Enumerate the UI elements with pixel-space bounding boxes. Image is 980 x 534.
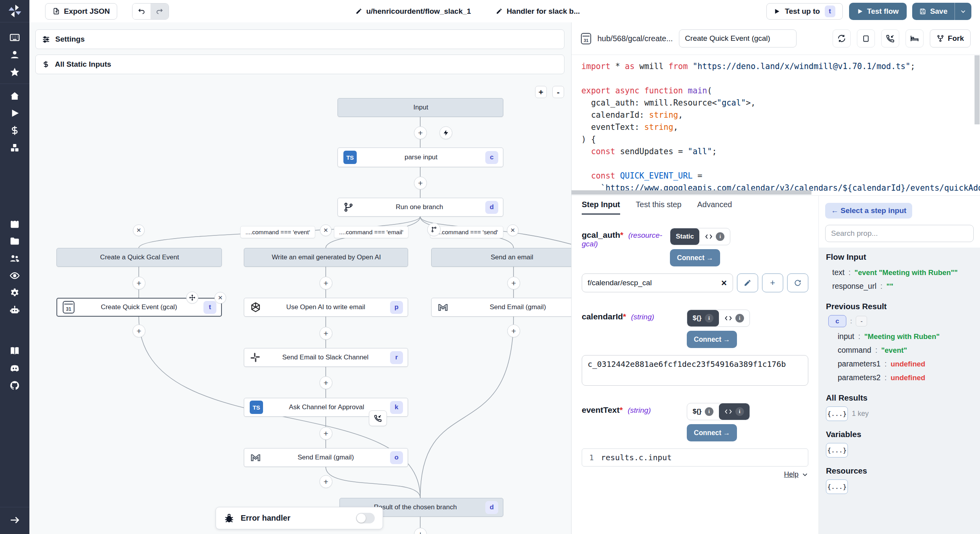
branch-predicate-label[interactable]: ....command === 'email' [334, 226, 408, 238]
flow-input-node[interactable]: Input [338, 98, 503, 117]
select-step-input-button[interactable]: ← Select a step input [825, 203, 912, 219]
event-text-expression-editor[interactable]: 1 results.c.input [582, 448, 808, 467]
branch-header-node[interactable]: Write an email generated by Open AI [244, 248, 408, 267]
refresh-resource-button[interactable] [787, 273, 808, 292]
mode-javascript[interactable]: i [699, 228, 730, 245]
user-icon[interactable] [6, 46, 24, 63]
tab-step-input[interactable]: Step Input [582, 196, 620, 215]
info-icon[interactable]: i [716, 232, 724, 241]
apps-icon[interactable] [6, 29, 24, 46]
branch-predicate-label[interactable]: ....command === 'event' [240, 226, 315, 238]
move-step-handle[interactable] [186, 292, 198, 304]
add-step-button[interactable]: + [319, 376, 332, 389]
mode-template[interactable]: ${}i [687, 403, 719, 420]
expand-object-button[interactable]: {...} [826, 443, 848, 457]
flow-path-edit[interactable]: u/henricourdent/flow_slack_1 [356, 7, 471, 16]
code-vertical-scrollbar[interactable] [975, 55, 980, 124]
connect-button[interactable]: Connect → [670, 249, 720, 266]
connect-button[interactable]: Connect → [687, 424, 737, 441]
audit-logs-eye-icon[interactable] [6, 267, 24, 284]
error-handler-toggle[interactable] [356, 513, 375, 523]
zoom-in-button[interactable]: + [535, 86, 547, 98]
save-dropdown-button[interactable] [955, 3, 971, 20]
early-stop-button[interactable] [857, 29, 875, 47]
docs-book-icon[interactable] [6, 342, 24, 359]
variables-dollar-icon[interactable] [6, 122, 24, 139]
zoom-out-button[interactable]: - [552, 86, 564, 98]
schedules-calendar-icon[interactable] [6, 215, 24, 232]
clear-resource-icon[interactable]: ✕ [721, 279, 727, 288]
info-icon[interactable]: i [705, 407, 713, 416]
info-icon[interactable]: i [735, 407, 744, 416]
save-button[interactable]: Save [912, 3, 955, 20]
mode-javascript[interactable]: i [719, 310, 750, 326]
delete-branch-button[interactable]: ✕ [320, 224, 332, 236]
prop-row-parameters2[interactable]: parameters2: undefined [826, 371, 973, 385]
runs-play-icon[interactable] [6, 104, 24, 122]
export-json-button[interactable]: Export JSON [45, 3, 117, 20]
github-icon[interactable] [6, 377, 24, 394]
add-step-button[interactable]: + [414, 126, 427, 139]
step-name-input[interactable] [679, 29, 797, 47]
all-static-inputs-bar[interactable]: All Static Inputs [35, 55, 564, 74]
gmail2-step-node[interactable]: Send Email (gmail) o [244, 448, 408, 467]
suspend-step-button[interactable] [369, 410, 387, 426]
branch-header-node[interactable]: Create a Quick Gcal Event [56, 248, 222, 267]
run-one-branch-node[interactable]: Run one branch d [338, 198, 503, 217]
folders-icon[interactable] [6, 232, 24, 250]
add-step-button[interactable]: + [319, 327, 332, 340]
tab-test-this-step[interactable]: Test this step [636, 196, 682, 215]
mode-template[interactable]: ${}i [687, 310, 719, 326]
groups-users-icon[interactable] [6, 250, 24, 267]
fork-button[interactable]: Fork [930, 29, 971, 47]
add-step-button[interactable]: + [507, 277, 520, 290]
branch-predicate-label[interactable]: ....command === 'send' [430, 226, 503, 238]
help-link[interactable]: Help [784, 470, 799, 479]
connect-button[interactable]: Connect → [687, 331, 737, 348]
add-step-button[interactable]: + [414, 528, 427, 534]
prop-row-input[interactable]: input: "Meeting with Ruben" [826, 330, 973, 343]
calendar-id-textarea[interactable]: c_0312442e881ae6fcf1dec23f54916a389f1c17… [582, 355, 808, 386]
info-icon[interactable]: i [735, 314, 744, 323]
add-branch-button[interactable] [427, 223, 441, 236]
sleep-button[interactable] [906, 29, 924, 47]
mode-javascript[interactable]: i [719, 403, 750, 420]
add-step-button[interactable]: + [132, 324, 145, 337]
delete-step-button[interactable]: ✕ [214, 292, 226, 304]
step-id-pill[interactable]: c [828, 315, 846, 327]
expand-sidebar-arrow-icon[interactable] [6, 511, 24, 529]
mode-static[interactable]: Static [670, 228, 699, 245]
test-up-to-button[interactable]: Test up to t [766, 3, 842, 20]
suspend-button[interactable] [881, 29, 899, 47]
add-step-button[interactable]: + [319, 427, 332, 440]
undo-button[interactable] [132, 4, 151, 19]
collapse-pill[interactable]: - [856, 316, 867, 326]
delete-branch-button[interactable]: ✕ [507, 224, 519, 236]
favorites-star-icon[interactable] [6, 63, 24, 80]
expand-object-button[interactable]: {...} [826, 479, 848, 494]
redo-button[interactable] [151, 4, 169, 19]
settings-gear-icon[interactable] [6, 284, 24, 301]
prop-row-parameters1[interactable]: parameters1: undefined [826, 357, 973, 371]
add-step-button[interactable]: + [319, 475, 332, 488]
parse-input-node[interactable]: TS parse input c [338, 148, 503, 167]
tab-advanced[interactable]: Advanced [697, 196, 732, 215]
home-icon[interactable] [6, 87, 24, 104]
trigger-bolt-button[interactable] [439, 126, 452, 139]
expand-object-button[interactable]: {...} [826, 406, 848, 421]
code-horizontal-scrollbar[interactable] [572, 190, 818, 195]
prop-row-text[interactable]: text: "event "Meeting with Ruben"" [826, 266, 973, 279]
prop-row-command[interactable]: command: "event" [826, 343, 973, 357]
discord-icon[interactable] [6, 359, 24, 377]
windmill-logo[interactable] [0, 0, 29, 22]
add-step-button[interactable]: + [414, 177, 427, 190]
info-icon[interactable]: i [705, 314, 713, 323]
add-resource-button[interactable]: + [762, 273, 783, 292]
search-prop-input[interactable] [825, 225, 974, 242]
code-editor[interactable]: import * as wmill from "https://deno.lan… [572, 55, 980, 195]
gmail-step-node[interactable]: Send Email (gmail) [431, 298, 572, 317]
edit-resource-button[interactable] [737, 273, 758, 292]
flow-settings-bar[interactable]: Settings [35, 29, 564, 49]
add-step-button[interactable]: + [507, 324, 520, 337]
slack-step-node[interactable]: Send Email to Slack Channel r [244, 348, 408, 367]
